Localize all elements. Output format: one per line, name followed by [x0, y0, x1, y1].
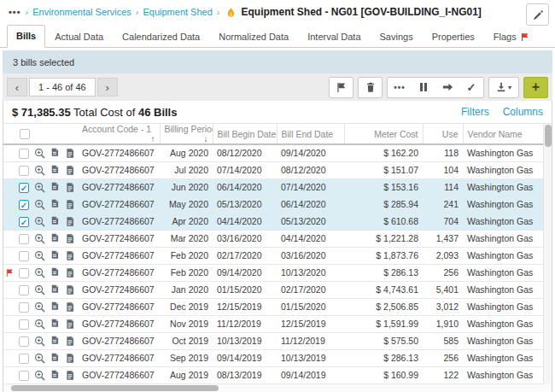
bill-document-icon[interactable]: [65, 182, 75, 193]
row-checkbox[interactable]: ✓: [19, 200, 29, 210]
tab-actual-data[interactable]: Actual Data: [45, 26, 113, 48]
column-header-vendor-name[interactable]: Vendor Name: [463, 124, 543, 144]
copy-bill-icon[interactable]: [50, 370, 60, 381]
use-cell: 2,093: [423, 247, 463, 264]
copy-bill-icon[interactable]: [50, 353, 60, 364]
zoom-bill-icon[interactable]: [34, 199, 45, 210]
approve-bills-button[interactable]: ✓: [459, 78, 483, 97]
zoom-bill-icon[interactable]: [34, 233, 45, 244]
more-actions-button[interactable]: •••: [388, 78, 412, 97]
zoom-bill-icon[interactable]: [34, 336, 45, 347]
zoom-bill-icon[interactable]: [34, 284, 45, 295]
zoom-bill-icon[interactable]: [34, 301, 45, 313]
next-page-button[interactable]: ›: [97, 78, 118, 97]
tab-flags[interactable]: Flags: [484, 26, 539, 48]
column-header-billing-period[interactable]: Billing Period - 2↓: [160, 124, 213, 144]
column-header-meter-cost[interactable]: Meter Cost: [344, 124, 423, 144]
copy-bill-icon[interactable]: [50, 148, 60, 159]
check-icon: ✓: [467, 81, 476, 94]
select-all-checkbox[interactable]: [20, 129, 30, 139]
edit-meter-button[interactable]: [526, 3, 549, 26]
row-checkbox[interactable]: [19, 302, 29, 313]
bill-document-icon[interactable]: [65, 250, 75, 261]
breadcrumb-link-environmental-services[interactable]: Environmental Services: [32, 7, 131, 17]
tab-bills[interactable]: Bills: [7, 25, 45, 48]
row-checkbox[interactable]: [19, 166, 29, 176]
copy-bill-icon[interactable]: [50, 301, 60, 313]
breadcrumb-link-equipment-shed[interactable]: Equipment Shed: [143, 7, 212, 17]
row-checkbox[interactable]: [19, 251, 29, 261]
vertical-scrollbar[interactable]: [543, 124, 552, 384]
zoom-bill-icon[interactable]: [34, 182, 45, 193]
previous-page-button[interactable]: ‹: [7, 78, 27, 97]
zoom-bill-icon[interactable]: [34, 148, 45, 159]
zoom-bill-icon[interactable]: [34, 319, 45, 330]
add-bill-button[interactable]: +: [523, 77, 548, 98]
row-checkbox[interactable]: [19, 336, 29, 347]
zoom-bill-icon[interactable]: [34, 165, 45, 176]
bill-document-icon[interactable]: [65, 233, 75, 244]
bill-document-icon[interactable]: [65, 216, 75, 227]
copy-bill-icon[interactable]: [50, 284, 60, 295]
row-checkbox[interactable]: [19, 268, 29, 278]
copy-bill-icon[interactable]: [50, 182, 60, 193]
row-checkbox[interactable]: ✓: [19, 183, 29, 193]
horizontal-scrollbar-thumb[interactable]: [11, 385, 219, 391]
tab-interval-data[interactable]: Interval Data: [298, 26, 370, 48]
bill-document-icon[interactable]: [65, 148, 75, 159]
billing-period-cell: Apr 2020: [160, 213, 213, 230]
tab-calendarized-data[interactable]: Calendarized Data: [113, 26, 209, 48]
row-checkbox[interactable]: [19, 285, 29, 295]
zoom-bill-icon[interactable]: [34, 353, 45, 364]
bill-document-icon[interactable]: [65, 165, 75, 176]
vertical-scrollbar-thumb[interactable]: [545, 125, 552, 147]
column-header-bill-end-date[interactable]: Bill End Date: [277, 124, 344, 144]
delete-bills-button[interactable]: [358, 77, 383, 98]
breadcrumb-overflow-button[interactable]: •••: [9, 7, 21, 17]
filters-link[interactable]: Filters: [461, 106, 489, 118]
bill-document-icon[interactable]: [65, 199, 75, 210]
tab-properties[interactable]: Properties: [423, 26, 484, 48]
zoom-bill-icon[interactable]: [34, 267, 45, 278]
copy-bill-icon[interactable]: [50, 216, 60, 227]
column-header-use[interactable]: Use: [423, 124, 463, 144]
row-checkbox[interactable]: [19, 149, 29, 159]
copy-bill-icon[interactable]: [50, 267, 60, 278]
table-row: GOV-2772486607 Feb 2020 02/17/2020 03/16…: [3, 247, 543, 264]
bill-document-icon[interactable]: [65, 301, 75, 313]
row-checkbox[interactable]: [19, 319, 29, 330]
copy-bill-icon[interactable]: [50, 199, 60, 210]
bill-document-icon[interactable]: [65, 319, 75, 330]
vendor-name-cell: Washington Gas: [463, 213, 543, 230]
export-bills-button[interactable]: ▾: [488, 77, 519, 98]
bill-document-icon[interactable]: [65, 370, 75, 381]
tab-normalized-data[interactable]: Normalized Data: [209, 26, 298, 48]
bill-begin-date-cell: 03/16/2020: [213, 230, 277, 247]
zoom-bill-icon[interactable]: [34, 250, 45, 261]
bill-document-icon[interactable]: [65, 353, 75, 364]
zoom-bill-icon[interactable]: [34, 370, 45, 381]
copy-bill-icon[interactable]: [50, 233, 60, 244]
horizontal-scrollbar[interactable]: [3, 384, 552, 392]
tab-savings[interactable]: Savings: [371, 26, 423, 48]
row-checkbox[interactable]: [19, 234, 29, 244]
hold-bills-button[interactable]: [412, 78, 435, 97]
copy-bill-icon[interactable]: [50, 336, 60, 347]
column-header-bill-begin-date[interactable]: Bill Begin Date: [213, 124, 277, 144]
copy-bill-icon[interactable]: [50, 319, 60, 330]
row-checkbox[interactable]: ✓: [19, 217, 29, 227]
bill-document-icon[interactable]: [65, 267, 75, 278]
columns-link[interactable]: Columns: [503, 106, 543, 118]
copy-bill-icon[interactable]: [50, 165, 60, 176]
move-bills-button[interactable]: [435, 78, 459, 97]
bill-document-icon[interactable]: [65, 284, 75, 295]
row-checkbox[interactable]: [19, 354, 29, 364]
flag-bills-button[interactable]: [329, 77, 353, 98]
zoom-bill-icon[interactable]: [34, 216, 45, 227]
copy-bill-icon[interactable]: [50, 250, 60, 261]
bill-document-icon[interactable]: [65, 336, 75, 347]
bill-begin-date-cell: 01/15/2020: [213, 281, 277, 298]
row-checkbox[interactable]: [19, 371, 29, 381]
billing-period-cell: Aug 2019: [160, 366, 213, 383]
column-header-account-code[interactable]: Account Code - 1↑: [78, 124, 160, 144]
